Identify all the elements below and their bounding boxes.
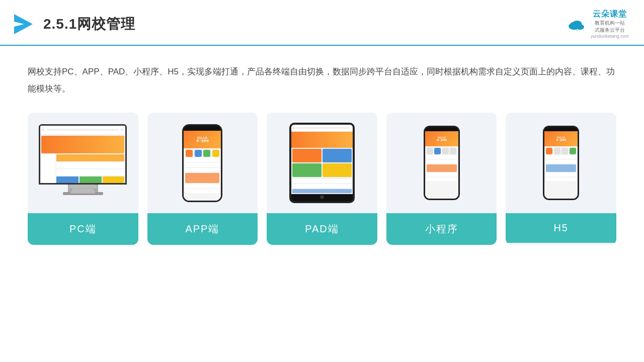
h5-phone-icon: 职达人的第一堂网课 (543, 126, 579, 200)
pad-tablet-icon (289, 123, 355, 203)
brand-url: yunduoketang.com (591, 34, 629, 39)
card-miniprogram-label: 小程序 (386, 213, 497, 245)
brand-name: 云朵课堂 (593, 9, 627, 20)
card-app-image: 职达人的第一堂网课 (147, 113, 258, 213)
card-h5-label: H5 (506, 213, 616, 243)
card-pc: PC端 (28, 113, 138, 245)
cloud-icon (567, 17, 588, 31)
header-right: 云朵课堂 教育机构一站 式服务云平台 yunduoketang.com (567, 9, 629, 39)
description-text: 网校支持PC、APP、PAD、小程序、H5，实现多端打通，产品各终端自由切换，数… (0, 46, 644, 108)
card-pc-image (28, 113, 138, 213)
header: 2.5.1网校管理 云朵课堂 教育机构一站 式服务云平台 yunduoketan… (0, 0, 644, 46)
card-miniprogram: 职达人的第一堂网课 (386, 113, 497, 245)
brand-subtitle: 教育机构一站 式服务云平台 (595, 20, 625, 34)
card-pad-image (267, 113, 377, 213)
app-phone-icon: 职达人的第一堂网课 (182, 124, 222, 202)
svg-point-4 (570, 22, 577, 27)
miniprogram-phone-icon: 职达人的第一堂网课 (424, 126, 460, 200)
card-pad-label: PAD端 (267, 213, 377, 245)
page-title: 2.5.1网校管理 (43, 15, 135, 34)
card-app-label: APP端 (147, 213, 258, 245)
logo-arrow-icon (10, 12, 35, 37)
card-pc-label: PC端 (28, 213, 138, 245)
card-h5: 职达人的第一堂网课 (506, 113, 616, 245)
card-miniprogram-image: 职达人的第一堂网课 (386, 113, 497, 213)
brand-text-wrap: 云朵课堂 教育机构一站 式服务云平台 yunduoketang.com (591, 9, 629, 39)
card-pad: PAD端 (267, 113, 377, 245)
header-left: 2.5.1网校管理 (10, 12, 135, 37)
card-h5-image: 职达人的第一堂网课 (506, 113, 616, 213)
card-app: 职达人的第一堂网课 (147, 113, 258, 245)
brand-logo: 云朵课堂 教育机构一站 式服务云平台 yunduoketang.com (567, 9, 629, 39)
pc-monitor-icon (39, 124, 127, 202)
cards-container: PC端 职达人的第一堂网课 (0, 108, 644, 260)
svg-marker-0 (14, 14, 33, 34)
